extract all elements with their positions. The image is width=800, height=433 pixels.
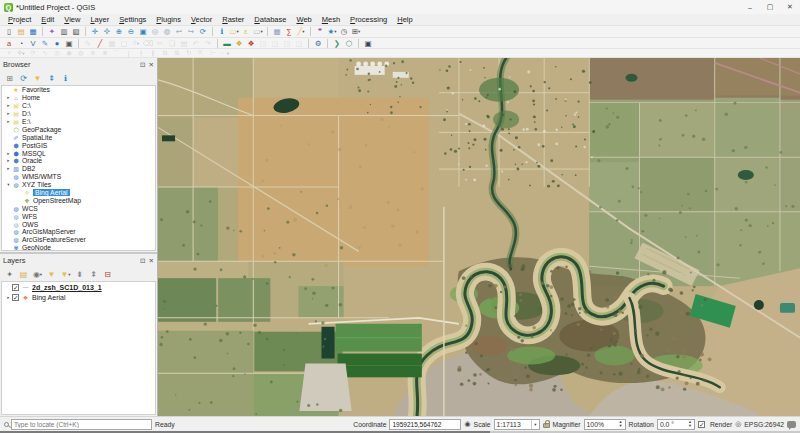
processing-toolbox-button[interactable]: ⚙ — [313, 38, 324, 48]
manage-map-themes-button[interactable]: ◉▾ — [32, 269, 44, 280]
st-tool-3-button[interactable]: ◳ — [282, 38, 293, 48]
minimize-button[interactable]: – — [740, 0, 760, 14]
zoom-full-button[interactable]: ▣ — [138, 27, 149, 37]
open-attribute-table-button[interactable]: ▦ — [272, 27, 283, 37]
browser-item-xyz-tiles[interactable]: ▾◍XYZ Tiles — [2, 181, 155, 189]
scale-combo[interactable]: 1:17113▾ — [494, 419, 540, 430]
new-print-layout-button[interactable]: ▥ — [59, 27, 70, 37]
reshape-features-button[interactable]: ∫ — [124, 49, 135, 57]
st-tool-2-button[interactable]: ◳ — [270, 38, 281, 48]
browser-item-arcgisfeatureserver[interactable]: ◍ArcGisFeatureServer — [2, 236, 155, 244]
annotation-tool-button[interactable]: ✎ — [40, 38, 51, 48]
merge-attributes-button[interactable]: ⊞ — [172, 49, 183, 57]
menu-plugins[interactable]: Plugins — [151, 15, 186, 24]
expander-icon[interactable]: ▸ — [5, 95, 12, 100]
add-part-button[interactable]: ◉ — [64, 49, 75, 57]
browser-item-wfs[interactable]: ◍WFS — [2, 212, 155, 220]
delete-ring-button[interactable]: ⊘ — [88, 49, 99, 57]
fill-ring-button[interactable]: ◍ — [76, 49, 87, 57]
menu-edit[interactable]: Edit — [36, 15, 59, 24]
st-tool-4-button[interactable]: ◳ — [294, 38, 305, 48]
new-map-view-button[interactable]: ⊞▾ — [351, 27, 362, 37]
save-layer-edits-button[interactable]: ▦ — [107, 38, 118, 48]
deselect-all-button[interactable]: ▭▾ — [253, 27, 264, 37]
browser-item-postgis[interactable]: ⬢PostGIS — [2, 141, 155, 149]
show-layout-manager-button[interactable]: ▧ — [71, 27, 82, 37]
svg-annotation-button[interactable]: ▣ — [64, 38, 75, 48]
expander-icon[interactable]: ▾ — [5, 182, 12, 187]
zoom-next-button[interactable]: ↪ — [186, 27, 197, 37]
python-console-button[interactable]: ❯ — [332, 38, 343, 48]
simplify-feature-button[interactable]: ∿ — [40, 49, 51, 57]
browser-item-ows[interactable]: ◍OWS — [2, 220, 155, 228]
render-checkbox[interactable]: ✓ — [698, 421, 705, 428]
expander-icon[interactable]: ▸ — [5, 119, 12, 124]
zoom-in-button[interactable]: ⊕ — [114, 27, 125, 37]
select-features-button[interactable]: ▭▾ — [229, 27, 240, 37]
rotation-spinbox[interactable]: 0.0 ° ▲▼ — [657, 419, 695, 430]
map-tips-button[interactable]: ❞ — [315, 27, 326, 37]
select-by-expression-button[interactable]: ε — [241, 27, 252, 37]
browser-item-home[interactable]: ▸⌂Home — [2, 94, 155, 102]
menu-help[interactable]: Help — [392, 15, 417, 24]
browser-item-mssql[interactable]: ▸⬢MSSQL — [2, 149, 155, 157]
layer-item-bing-aerial[interactable]: ▸✓❖Bing Aerial — [2, 292, 155, 302]
filter-by-expression-button[interactable]: ▼▾ — [60, 269, 72, 280]
rotate-feature-button[interactable]: ⟳ — [28, 49, 39, 57]
crs-icon[interactable]: ◎ — [735, 420, 741, 428]
browser-item-e[interactable]: ▸▤E:\ — [2, 118, 155, 126]
help-contents-button[interactable]: ▣ — [363, 38, 374, 48]
offset-point-symbol-button[interactable]: ⇱ — [196, 49, 207, 57]
menu-web[interactable]: Web — [291, 15, 316, 24]
style-manager-button[interactable]: ✦ — [47, 27, 58, 37]
temporal-controller-button[interactable]: ◷ — [339, 27, 350, 37]
filter-legend-button[interactable]: ▼ — [46, 269, 58, 280]
trim-extend-button[interactable]: ⊢ — [208, 49, 219, 57]
vertex-editor-button[interactable]: V — [28, 38, 39, 48]
browser-item-c[interactable]: ▸▤C:\ — [2, 102, 155, 110]
expander-icon[interactable]: ▸ — [5, 295, 12, 300]
collapse-all-button[interactable]: ⇞ — [46, 73, 58, 84]
browser-item-wms-wmts[interactable]: ◍WMS/WMTS — [2, 173, 155, 181]
move-feature-button[interactable]: ✥▾ — [16, 49, 27, 57]
merge-features-button[interactable]: ⧉ — [160, 49, 171, 57]
vertex-tool-all-button[interactable]: ⌗▾ — [131, 38, 142, 48]
close-button[interactable]: ✕ — [780, 0, 800, 14]
more-digitizing-button[interactable]: ⋯▾ — [220, 49, 231, 57]
advanced-digitizing-button[interactable]: ⌖ — [4, 49, 15, 57]
pan-to-selection-button[interactable]: ✜ — [102, 27, 113, 37]
locate-input[interactable] — [11, 419, 152, 430]
zoom-out-button[interactable]: ⊖ — [126, 27, 137, 37]
menu-mesh[interactable]: Mesh — [317, 15, 345, 24]
split-parts-button[interactable]: ∦ — [148, 49, 159, 57]
refresh-browser-button[interactable]: ⟳ — [18, 73, 30, 84]
browser-item-wcs[interactable]: ◍WCS — [2, 204, 155, 212]
rotate-point-symbols-button[interactable]: ↻ — [184, 49, 195, 57]
menu-vector[interactable]: Vector — [186, 15, 217, 24]
redo-button[interactable]: ↷ — [203, 38, 214, 48]
xyz-plugin-button[interactable]: ❖ — [246, 38, 257, 48]
browser-item-oracle[interactable]: ▸⬢Oracle — [2, 157, 155, 165]
menu-processing[interactable]: Processing — [345, 15, 392, 24]
toggle-editing-button[interactable]: ╱ — [95, 38, 106, 48]
add-ring-button[interactable]: ◎ — [52, 49, 63, 57]
current-edits-button[interactable]: ✎ — [83, 38, 94, 48]
browser-undock-icon[interactable]: ⊡ — [140, 61, 145, 69]
browser-properties-button[interactable]: ℹ — [60, 73, 72, 84]
expander-icon[interactable]: ▸ — [5, 111, 12, 116]
quickmap-services-button[interactable]: ▬ — [222, 38, 233, 48]
save-project-button[interactable]: ▦ — [28, 27, 39, 37]
crs-status[interactable]: EPSG:26942 — [744, 421, 784, 428]
layer-labeling-options-button[interactable]: a — [4, 38, 15, 48]
layers-undock-icon[interactable]: ⊡ — [140, 257, 145, 265]
menu-database[interactable]: Database — [249, 15, 291, 24]
maximize-button[interactable]: ▢ — [760, 0, 780, 14]
messages-icon[interactable] — [787, 421, 796, 428]
browser-item-db2[interactable]: ▸▥DB2 — [2, 165, 155, 173]
menu-layer[interactable]: Layer — [85, 15, 114, 24]
browser-item-d[interactable]: ▸▤D:\ — [2, 110, 155, 118]
map-canvas[interactable] — [158, 58, 800, 416]
offset-curve-button[interactable]: ⌒ — [112, 49, 123, 57]
menu-settings[interactable]: Settings — [114, 15, 151, 24]
open-project-button[interactable]: ▤ — [16, 27, 27, 37]
